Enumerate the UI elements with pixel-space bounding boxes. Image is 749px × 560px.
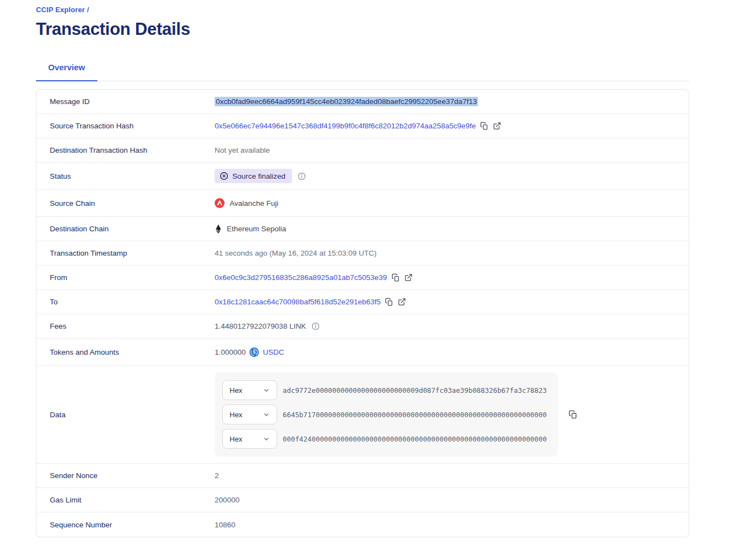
data-format-select[interactable]: Hex xyxy=(222,429,277,449)
data-format-value: Hex xyxy=(230,386,242,395)
table-row-source-chain: Source Chain Avalanche Fuji xyxy=(37,190,689,217)
data-format-select[interactable]: Hex xyxy=(222,380,277,400)
transaction-details-card: Message ID 0xcb0fad9eec6664ad959f145cc4e… xyxy=(36,89,689,537)
dest-tx-hash-value: Not yet available xyxy=(215,146,270,154)
external-link-icon[interactable] xyxy=(398,298,406,306)
gas-limit-value: 200000 xyxy=(215,496,240,504)
breadcrumb-ccip-explorer-link[interactable]: CCIP Explorer xyxy=(36,6,85,14)
sequence-number-value: 10860 xyxy=(215,521,236,529)
copy-icon[interactable] xyxy=(569,410,578,419)
table-row-dest-tx-hash: Destination Transaction Hash Not yet ava… xyxy=(37,138,689,163)
svg-text:$: $ xyxy=(253,349,256,355)
token-amount: 1.000000 xyxy=(215,348,246,356)
data-hex-line: 6645b71700000000000000000000000000000000… xyxy=(283,411,547,419)
tab-bar: Overview xyxy=(36,63,689,81)
to-address-link[interactable]: 0x18c1281caac64c70098baf5f618d52e291eb63… xyxy=(215,298,381,306)
table-row-message-id: Message ID 0xcb0fad9eec6664ad959f145cc4e… xyxy=(37,90,689,114)
pause-circle-icon xyxy=(220,172,228,180)
source-chain-name: Avalanche Fuji xyxy=(230,199,278,208)
table-row-source-tx-hash: Source Transaction Hash 0x5e066ec7e94496… xyxy=(37,114,689,138)
fees-value: 1.4480127922079038 LINK xyxy=(215,322,306,330)
table-row-data: Data Hex adc9772e00000000000000000000000… xyxy=(37,366,689,464)
table-row-timestamp: Transaction Timestamp 41 seconds ago (Ma… xyxy=(37,241,689,266)
table-row-status: Status Source finalized xyxy=(37,163,689,190)
table-row-tokens: Tokens and Amounts 1.000000 $ USDC xyxy=(37,339,689,366)
row-label: Source Transaction Hash xyxy=(37,122,215,130)
table-row-sender-nonce: Sender Nonce 2 xyxy=(37,464,689,488)
table-row-to: To 0x18c1281caac64c70098baf5f618d52e291e… xyxy=(37,290,689,314)
usdc-icon: $ xyxy=(249,348,259,357)
message-id-value: 0xcb0fad9eec6664ad959f145cc4eb023924fade… xyxy=(215,97,478,106)
sender-nonce-value: 2 xyxy=(215,471,219,480)
source-tx-hash-link[interactable]: 0x5e066ec7e94496e1547c368df4199b9f0c4f8f… xyxy=(215,122,476,130)
data-hex-line: adc9772e0000000000000000000000009d087fc0… xyxy=(283,386,547,395)
row-label: Source Chain xyxy=(37,199,215,208)
from-address-link[interactable]: 0x6e0c9c3d279516835c286a8925a01ab7c5053e… xyxy=(215,273,387,282)
status-badge: Source finalized xyxy=(215,169,292,183)
row-label: Sender Nonce xyxy=(37,471,215,480)
row-label: Status xyxy=(37,172,215,180)
copy-icon[interactable] xyxy=(480,122,488,130)
row-label: Data xyxy=(37,411,215,419)
row-label: Sequence Number xyxy=(37,521,215,529)
data-hex-container: Hex adc9772e0000000000000000000000009d08… xyxy=(215,372,558,457)
chevron-down-icon xyxy=(263,411,270,418)
page-title: Transaction Details xyxy=(36,19,689,39)
copy-icon[interactable] xyxy=(392,273,400,282)
row-label: Gas Limit xyxy=(37,496,215,504)
row-label: To xyxy=(37,298,215,306)
table-row-sequence-number: Sequence Number 10860 xyxy=(37,512,689,537)
info-icon[interactable] xyxy=(311,322,320,330)
data-hex-row: Hex 000f42400000000000000000000000000000… xyxy=(222,429,550,449)
breadcrumb-separator: / xyxy=(87,6,89,14)
row-label: Destination Transaction Hash xyxy=(37,146,215,154)
ethereum-icon xyxy=(215,224,222,234)
source-chain-value: Avalanche Fuji xyxy=(215,198,278,208)
dest-chain-name: Ethereum Sepolia xyxy=(227,225,286,233)
row-label: Transaction Timestamp xyxy=(37,249,215,257)
breadcrumb: CCIP Explorer / xyxy=(36,6,689,14)
chevron-down-icon xyxy=(263,387,270,394)
token-symbol-link[interactable]: USDC xyxy=(263,348,284,356)
external-link-icon[interactable] xyxy=(493,122,501,130)
data-hex-line: 000f424000000000000000000000000000000000… xyxy=(283,435,547,443)
timestamp-value: 41 seconds ago (May 16, 2024 at 15:03:09… xyxy=(215,249,377,257)
dest-chain-value: Ethereum Sepolia xyxy=(215,224,286,234)
table-row-fees: Fees 1.4480127922079038 LINK xyxy=(37,314,689,339)
data-format-select[interactable]: Hex xyxy=(222,405,277,424)
external-link-icon[interactable] xyxy=(404,273,413,282)
row-label: From xyxy=(37,273,215,282)
status-badge-label: Source finalized xyxy=(232,172,285,180)
copy-icon[interactable] xyxy=(385,298,393,306)
row-label: Fees xyxy=(37,322,215,330)
row-label: Message ID xyxy=(37,97,215,106)
tab-overview[interactable]: Overview xyxy=(36,63,97,81)
row-label: Destination Chain xyxy=(37,225,215,233)
data-hex-row: Hex adc9772e0000000000000000000000009d08… xyxy=(222,380,550,400)
data-format-value: Hex xyxy=(230,435,242,443)
table-row-from: From 0x6e0c9c3d279516835c286a8925a01ab7c… xyxy=(37,266,689,290)
avalanche-icon xyxy=(215,198,225,208)
data-hex-row: Hex 6645b7170000000000000000000000000000… xyxy=(222,405,550,424)
chevron-down-icon xyxy=(263,435,270,443)
table-row-gas-limit: Gas Limit 200000 xyxy=(37,488,689,512)
table-row-dest-chain: Destination Chain Ethereum Sepolia xyxy=(37,217,689,241)
info-icon[interactable] xyxy=(298,172,306,180)
data-format-value: Hex xyxy=(230,411,242,419)
row-label: Tokens and Amounts xyxy=(37,348,215,356)
